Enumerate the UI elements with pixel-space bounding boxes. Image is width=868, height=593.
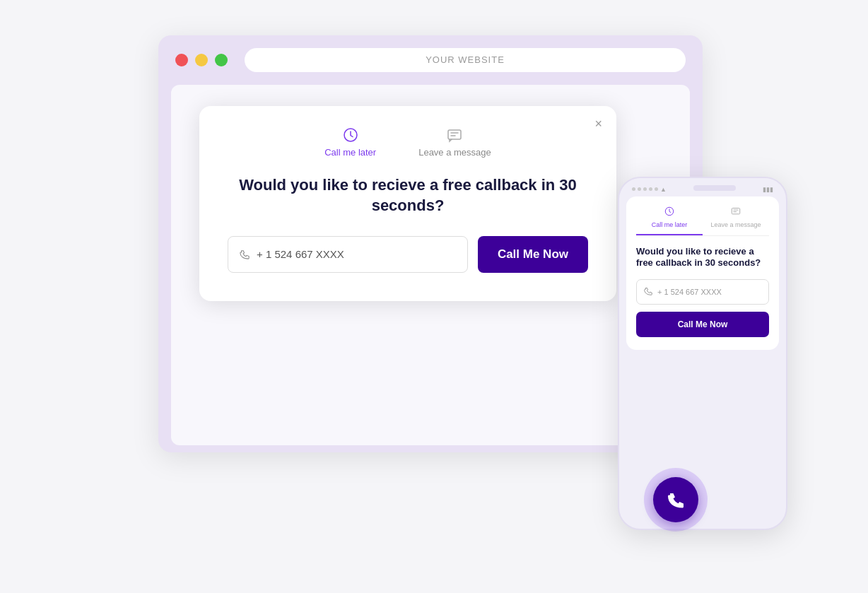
browser-titlebar: YOUR WEBSITE [158,35,703,85]
dot-green [215,54,228,66]
modal-title: Would you like to recieve a free callbac… [228,175,588,216]
phone-tab-call-later-label: Call me later [652,221,688,228]
phone-modal: Call me later Leave a message Would you … [626,196,779,351]
phone-phone-input[interactable]: + 1 524 667 XXXX [636,279,769,305]
address-text: YOUR WEBSITE [426,54,505,65]
desktop-modal: × Call me later [199,106,616,301]
phone-dot-2 [638,187,641,191]
phone-dot-4 [649,187,652,191]
phone-top-bar: ▲ ▮▮▮ [619,178,786,196]
dot-red [175,54,188,66]
tab-call-later[interactable]: Call me later [324,127,376,158]
address-bar: YOUR WEBSITE [245,48,686,72]
phone-input-placeholder: + 1 524 667 XXXX [257,248,344,260]
message-icon [447,127,462,143]
modal-input-row: + 1 524 667 XXXX Call Me Now [228,236,588,273]
phone-call-me-now-button[interactable]: Call Me Now [636,312,769,337]
desktop-call-me-now-button[interactable]: Call Me Now [478,236,588,273]
phone-tab-call-later[interactable]: Call me later [636,206,703,235]
phone-message-icon [731,206,741,218]
fab-phone-icon [667,491,685,509]
phone-tab-leave-message[interactable]: Leave a message [703,206,769,235]
fab-call-button[interactable] [653,477,698,522]
phone-modal-title: Would you like to recieve a free callbac… [636,246,769,270]
clock-icon [343,127,358,143]
phone-notch [693,185,736,191]
phone-status-dots: ▲ [632,186,667,193]
phone-dot-3 [643,187,647,191]
svg-rect-1 [448,130,461,139]
browser-content: × Call me later [171,85,690,445]
scene: YOUR WEBSITE × Call me later [81,21,787,573]
tab-call-later-label: Call me later [324,147,376,158]
svg-rect-3 [732,208,739,213]
phone-signal: ▲ [660,186,667,193]
tab-leave-message[interactable]: Leave a message [418,127,491,158]
phone-input-placeholder-text: + 1 524 667 XXXX [657,288,722,296]
fab-ripple [644,468,708,532]
tab-leave-message-label: Leave a message [418,147,491,158]
phone-tab-leave-message-label: Leave a message [710,221,761,228]
phone-dot-1 [632,187,635,191]
modal-tabs: Call me later Leave a message [228,127,588,158]
phone-input-icon [240,249,250,259]
modal-close-button[interactable]: × [594,117,602,130]
desktop-phone-input[interactable]: + 1 524 667 XXXX [228,236,468,273]
phone-phone-input-icon [644,287,652,297]
fab-wrapper [644,468,708,532]
phone-dot-5 [655,187,658,191]
phone-tabs: Call me later Leave a message [636,206,769,236]
phone-clock-icon [664,206,674,218]
phone-battery: ▮▮▮ [763,186,773,193]
dot-yellow [195,54,208,66]
